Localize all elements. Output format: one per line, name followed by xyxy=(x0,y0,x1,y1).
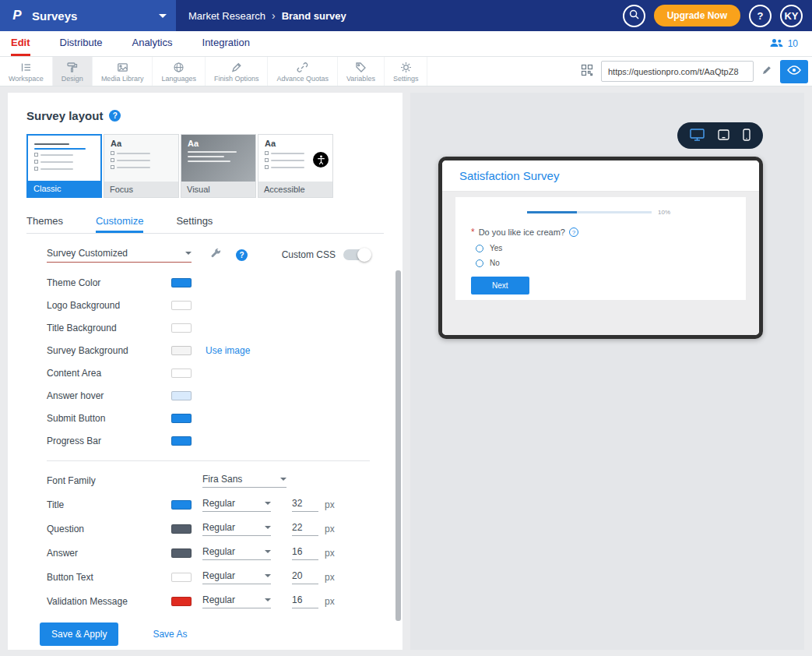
font-size-input[interactable]: 16 xyxy=(292,546,318,560)
tab-analytics[interactable]: Analytics xyxy=(132,31,172,56)
divider xyxy=(47,460,370,461)
tab-themes[interactable]: Themes xyxy=(26,210,63,233)
search-button[interactable] xyxy=(623,5,645,27)
toolbar-item-finish-options[interactable]: Finish Options xyxy=(206,57,269,86)
toolbar-item-label: Media Library xyxy=(101,75,144,83)
font-weight-select[interactable]: Regular xyxy=(202,546,271,560)
link-icon xyxy=(297,62,308,73)
toolbar-item-media-library[interactable]: Media Library xyxy=(93,57,153,86)
unit-label: px xyxy=(325,596,335,607)
toolbar-item-settings[interactable]: Settings xyxy=(385,57,428,86)
toolbar-item-workspace[interactable]: Workspace xyxy=(0,57,53,86)
device-mobile-button[interactable] xyxy=(743,129,750,143)
product-switcher[interactable]: P Surveys xyxy=(0,0,176,31)
toolbar-item-label: Languages xyxy=(161,75,196,83)
font-size-input[interactable]: 22 xyxy=(292,522,318,536)
avatar[interactable]: KY xyxy=(780,5,803,27)
layout-thumbnail-classic xyxy=(28,136,100,181)
font-size-input[interactable]: 16 xyxy=(292,594,318,608)
upgrade-button[interactable]: Upgrade Now xyxy=(654,5,740,26)
color-row-progress-bar: Progress Bar xyxy=(47,429,370,452)
layout-options: Classic Aa Focus Aa Visual xyxy=(26,134,384,198)
toolbar-item-variables[interactable]: Variables xyxy=(338,57,385,86)
questionpro-logo: P xyxy=(9,8,25,23)
custom-css-toggle[interactable] xyxy=(343,249,370,260)
font-color-swatch[interactable] xyxy=(171,524,192,534)
font-family-label: Font Family xyxy=(47,475,202,486)
save-as-link[interactable]: Save As xyxy=(153,629,187,640)
survey-question: * Do you like ice cream? ? xyxy=(471,227,730,238)
color-swatch[interactable] xyxy=(171,391,192,400)
survey-url-input[interactable] xyxy=(601,61,754,82)
toolbar-item-label: Finish Options xyxy=(214,75,259,83)
tab-integration[interactable]: Integration xyxy=(202,31,250,56)
help-icon[interactable]: ? xyxy=(109,110,121,122)
answer-option-yes[interactable]: Yes xyxy=(476,244,730,252)
panel-scrollbar[interactable] xyxy=(395,270,401,621)
edit-theme-button[interactable] xyxy=(210,248,222,262)
tab-edit[interactable]: Edit xyxy=(11,31,30,56)
question-text: Do you like ice cream? xyxy=(479,227,565,237)
color-swatch[interactable] xyxy=(171,369,192,378)
tab-customize[interactable]: Customize xyxy=(96,210,143,233)
layout-option-classic[interactable]: Classic xyxy=(26,134,102,198)
font-weight-select[interactable]: Regular xyxy=(202,522,271,536)
workspace-icon xyxy=(20,62,32,73)
layout-option-focus[interactable]: Aa Focus xyxy=(104,134,179,198)
device-tablet-button[interactable] xyxy=(718,129,729,143)
font-size-input[interactable]: 20 xyxy=(292,570,318,584)
caret-down-icon xyxy=(185,252,192,258)
color-swatch[interactable] xyxy=(171,301,192,310)
font-color-swatch[interactable] xyxy=(171,573,192,582)
toolbar-item-design[interactable]: Design xyxy=(53,57,93,86)
font-family-value: Fira Sans xyxy=(202,474,242,485)
layout-thumbnail-visual: Aa xyxy=(181,135,255,182)
preview-button[interactable] xyxy=(780,60,808,83)
help-icon[interactable]: ? xyxy=(236,249,248,261)
theme-select[interactable]: Survey Customized xyxy=(47,248,192,263)
toolbar-item-advance-quotas[interactable]: Advance Quotas xyxy=(268,57,338,86)
color-swatch[interactable] xyxy=(171,278,192,287)
caret-down-icon xyxy=(265,574,271,580)
edit-url-button[interactable] xyxy=(761,65,772,78)
required-marker: * xyxy=(471,227,475,238)
layout-option-visual[interactable]: Aa Visual xyxy=(181,134,256,198)
next-button[interactable]: Next xyxy=(471,277,529,294)
theme-select-value: Survey Customized xyxy=(47,248,128,259)
question-icon: ? xyxy=(758,10,764,22)
tab-distribute[interactable]: Distribute xyxy=(60,31,103,56)
answer-option-no[interactable]: No xyxy=(476,259,730,267)
color-row-logo-background: Logo Background xyxy=(47,294,370,316)
question-help-icon[interactable]: ? xyxy=(569,227,578,237)
font-weight-value: Regular xyxy=(202,522,235,533)
color-swatch[interactable] xyxy=(171,436,192,446)
toolbar-item-languages[interactable]: Languages xyxy=(153,57,206,86)
font-color-swatch[interactable] xyxy=(171,548,192,558)
color-swatch[interactable] xyxy=(171,323,192,333)
layout-option-accessible[interactable]: Aa Accessible xyxy=(258,134,333,198)
color-swatch[interactable] xyxy=(171,346,192,355)
font-weight-select[interactable]: Regular xyxy=(202,570,271,584)
caret-down-icon xyxy=(265,550,271,556)
qr-code-button[interactable] xyxy=(581,64,593,79)
tab-settings[interactable]: Settings xyxy=(176,210,213,233)
font-family-row: Font Family Fira Sans xyxy=(47,469,370,492)
save-apply-button[interactable]: Save & Apply xyxy=(40,622,118,646)
color-swatch[interactable] xyxy=(171,414,192,423)
font-family-select[interactable]: Fira Sans xyxy=(202,474,286,488)
font-weight-value: Regular xyxy=(202,498,235,509)
device-desktop-button[interactable] xyxy=(690,129,705,143)
chevron-down-icon xyxy=(159,14,167,22)
use-image-link[interactable]: Use image xyxy=(206,345,250,356)
font-weight-select[interactable]: Regular xyxy=(202,498,271,512)
font-weight-select[interactable]: Regular xyxy=(202,594,271,608)
help-button[interactable]: ? xyxy=(749,5,772,27)
font-color-swatch[interactable] xyxy=(171,500,192,510)
font-color-swatch[interactable] xyxy=(171,597,192,606)
breadcrumb-parent[interactable]: Market Research xyxy=(188,10,265,22)
font-size-input[interactable]: 32 xyxy=(292,498,318,512)
image-icon xyxy=(117,62,128,73)
toolbar-item-label: Variables xyxy=(346,75,375,83)
layout-option-label: Focus xyxy=(104,182,178,197)
collaborators[interactable]: 10 xyxy=(770,31,812,56)
